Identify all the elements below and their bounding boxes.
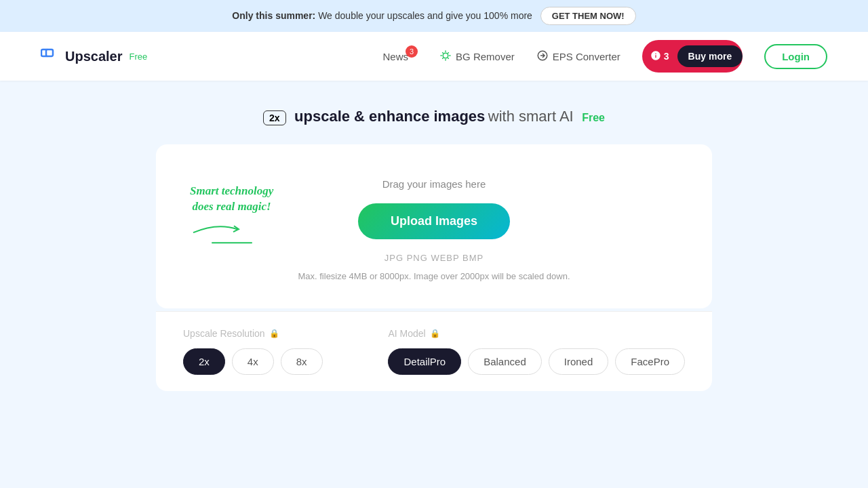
ai-model-facepro-button[interactable]: FacePro xyxy=(615,348,685,375)
nav-item-bg-remover[interactable]: BG Remover xyxy=(439,49,515,64)
hero-title: upscale & enhance images xyxy=(294,108,485,125)
nav-item-eps-converter[interactable]: EPS Converter xyxy=(536,49,620,64)
bg-remover-icon xyxy=(439,49,452,64)
resolution-group: Upscale Resolution 🔒 2x 4x 8x xyxy=(183,328,347,375)
file-limit-text: Max. filesize 4MB or 8000px. Image over … xyxy=(183,271,685,281)
resolution-label: Upscale Resolution 🔒 xyxy=(183,328,347,339)
credits-button[interactable]: 3 Buy more xyxy=(642,40,743,73)
hero-subtitle: with smart AI xyxy=(488,108,574,125)
bg-remover-label: BG Remover xyxy=(456,51,515,62)
svg-point-2 xyxy=(443,53,448,58)
resolution-lock-icon: 🔒 xyxy=(269,329,279,338)
file-types-text: JPG PNG WEBP BMP xyxy=(183,253,685,263)
smart-tech-line1: Smart technology xyxy=(190,183,273,199)
resolution-options: 2x 4x 8x xyxy=(183,348,347,375)
nav-item-news[interactable]: News 3 xyxy=(383,51,409,62)
resolution-2x-button[interactable]: 2x xyxy=(183,348,225,375)
ai-model-lock-icon: 🔒 xyxy=(430,329,440,338)
resolution-8x-button[interactable]: 8x xyxy=(281,348,323,375)
settings-area: Upscale Resolution 🔒 2x 4x 8x AI Model 🔒… xyxy=(156,311,712,391)
ai-model-ironed-button[interactable]: Ironed xyxy=(549,348,609,375)
main-nav: News 3 BG Remover EPS Converter 3 Buy mo… xyxy=(383,40,827,73)
ai-model-balanced-button[interactable]: Balanced xyxy=(468,348,542,375)
banner-normal-text: We double your upscales and give you 100… xyxy=(318,10,532,21)
logo-text: Upscaler xyxy=(65,49,123,64)
hero-tag: 2x xyxy=(263,110,286,125)
ai-model-options: DetailPro Balanced Ironed FacePro xyxy=(388,348,685,375)
ai-model-label: AI Model 🔒 xyxy=(388,328,685,339)
news-label: News xyxy=(383,51,409,62)
ai-model-group: AI Model 🔒 DetailPro Balanced Ironed Fac… xyxy=(388,328,685,375)
smart-tech-text: Smart technology does real magic! xyxy=(190,183,273,244)
banner-cta-button[interactable]: GET THEM NOW! xyxy=(540,7,636,25)
ai-model-detailpro-button[interactable]: DetailPro xyxy=(388,348,461,375)
buy-more-label: Buy more xyxy=(677,45,743,67)
banner-bold-text: Only this summer: xyxy=(232,10,315,21)
header: Upscaler Free News 3 BG Remover EPS Conv… xyxy=(0,32,868,81)
login-button[interactable]: Login xyxy=(764,44,827,69)
logo-area[interactable]: Upscaler Free xyxy=(41,45,147,67)
news-badge: 3 xyxy=(406,45,418,58)
svg-rect-1 xyxy=(46,49,53,56)
eps-converter-label: EPS Converter xyxy=(553,51,620,62)
eps-converter-icon xyxy=(536,49,549,64)
credits-count: 3 xyxy=(664,51,672,62)
main-content: 2x upscale & enhance images with smart A… xyxy=(142,81,726,418)
upload-images-button[interactable]: Upload Images xyxy=(358,203,510,239)
hero-free-label: Free xyxy=(582,112,605,123)
upload-area: Smart technology does real magic! Drag y… xyxy=(156,144,712,308)
smart-tech-line2: does real magic! xyxy=(190,199,273,216)
top-banner: Only this summer: We double your upscale… xyxy=(0,0,868,32)
logo-badge: Free xyxy=(130,52,148,62)
logo-icon xyxy=(41,45,58,67)
hero-section: 2x upscale & enhance images with smart A… xyxy=(156,108,712,125)
resolution-4x-button[interactable]: 4x xyxy=(232,348,274,375)
credits-icon xyxy=(650,50,661,63)
